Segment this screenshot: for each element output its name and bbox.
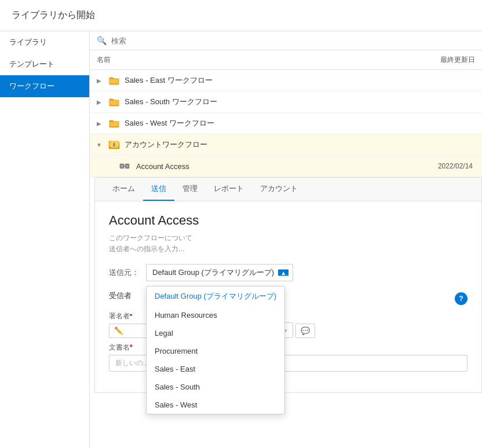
sidebar-item-templates[interactable]: テンプレート [0,53,89,75]
from-dropdown: Default Group (プライマリグループ) Human Resource… [146,286,285,414]
nav-item-send[interactable]: 送信 [143,178,174,201]
search-bar: 🔍 [90,31,482,50]
search-icon: 🔍 [97,36,107,45]
svg-rect-1 [109,100,119,105]
dropdown-item-sales-west[interactable]: Sales - West [147,396,284,414]
nav-item-account[interactable]: アカウント [252,178,306,201]
folder-icon-sales-east [107,74,121,87]
dropdown-item-sales-south[interactable]: Sales - South [147,378,284,396]
folder-open-icon-account [107,138,121,152]
from-label: 送信元： [109,267,139,278]
svg-rect-2 [109,122,119,127]
content-area: 🔍 名前 最終更新日 ▶ Sales - East ワークフロー ▶ [90,31,482,448]
workflow-row-sales-west[interactable]: ▶ Sales - West ワークフロー [90,113,482,134]
detail-nav: ホーム 送信 管理 レポート アカウント [95,178,481,201]
nav-item-home[interactable]: ホーム [104,178,143,201]
col-name-header: 名前 [97,55,406,65]
folder-icon-sales-west [107,116,121,130]
recipient-title: 受信者 [109,291,132,301]
sidebar: ライブラリ テンプレート ワークフロー [0,31,90,448]
table-header: 名前 最終更新日 [90,50,482,70]
app-header: ライブラリから開始 [0,0,482,31]
chat-icon: 💬 [301,326,310,335]
label-account-access: Account Access [136,162,408,171]
from-select-wrapper: Default Group (プライマリグループ) ▲ Default Grou… [146,264,293,281]
from-select-region: Default Group (プライマリグループ) ▲ Default Grou… [146,264,293,281]
detail-desc: このワークフローについて 送信者への指示を入力... [109,233,468,255]
dropdown-item-sales-east[interactable]: Sales - East [147,360,284,378]
sub-row-account-access[interactable]: Account Access 2022/02/14 [90,156,482,177]
svg-point-10 [126,165,129,167]
svg-point-5 [114,143,115,145]
date-account-access: 2022/02/14 [408,162,477,170]
label-sales-south: Sales - South ワークフロー [125,97,408,107]
toggle-sales-east[interactable]: ▶ [94,78,104,84]
col-date-header: 最終更新日 [406,55,475,65]
dropdown-item-hr[interactable]: Human Resources [147,306,284,324]
detail-content: Account Access このワークフローについて 送信者への指示を入力..… [95,201,481,392]
dropdown-item-procurement[interactable]: Procurement [147,342,284,360]
label-sales-east: Sales - East ワークフロー [125,75,408,86]
pen-icon: ✏️ [114,326,123,335]
app-container: ライブラリから開始 ライブラリ テンプレート ワークフロー 🔍 名前 [0,0,482,448]
doc-required: * [130,343,133,351]
detail-title: Account Access [109,213,468,228]
workflow-row-sales-south[interactable]: ▶ Sales - South ワークフロー [90,91,482,113]
dropdown-item-default[interactable]: Default Group (プライマリグループ) [147,287,284,306]
sidebar-item-workflows[interactable]: ワークフロー [0,75,89,97]
nav-item-manage[interactable]: 管理 [174,178,206,201]
workflow-row-account[interactable]: ▼ アカウントワークフロー [90,134,482,156]
search-input[interactable] [111,36,475,45]
svg-point-9 [121,165,123,167]
sidebar-item-library[interactable]: ライブラリ [0,31,89,53]
from-row: 送信元： Default Group (プライマリグループ) ▲ [109,264,468,281]
signer-required: * [130,313,132,320]
detail-panel: ホーム 送信 管理 レポート アカウント [94,177,482,393]
chat-button[interactable]: 💬 [295,324,315,338]
label-account: アカウントワークフロー [125,139,408,150]
toggle-sales-west[interactable]: ▶ [94,120,104,127]
main-layout: ライブラリ テンプレート ワークフロー 🔍 名前 最終更新日 ▶ [0,31,482,448]
nav-item-report[interactable]: レポート [206,178,252,201]
label-sales-west: Sales - West ワークフロー [125,118,408,128]
dropdown-item-legal[interactable]: Legal [147,324,284,342]
help-button[interactable]: ? [455,292,468,305]
toggle-account[interactable]: ▼ [94,142,104,148]
folder-icon-sales-south [107,95,121,109]
from-select[interactable]: Default Group (プライマリグループ) [146,264,293,281]
toggle-sales-south[interactable]: ▶ [94,99,104,105]
sub-icon-account-access [118,159,132,173]
app-title: ライブラリから開始 [12,10,95,20]
workflow-row-sales-east[interactable]: ▶ Sales - East ワークフロー [90,70,482,91]
svg-rect-0 [109,79,119,84]
svg-rect-4 [114,144,115,146]
